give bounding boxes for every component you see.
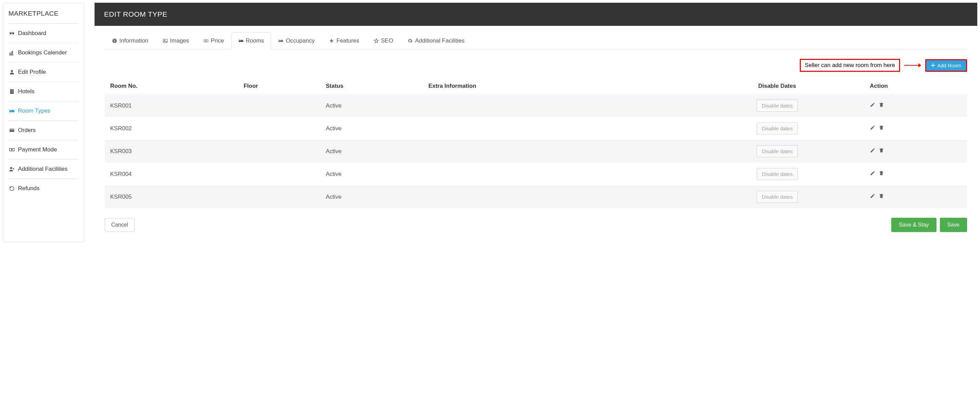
sidebar-item-hotels[interactable]: Hotels (8, 82, 78, 101)
cell-extra (423, 185, 690, 208)
image-icon (162, 38, 168, 43)
cell-extra (423, 140, 690, 163)
disable-dates-button[interactable]: Disable dates (757, 100, 798, 112)
tab-images[interactable]: Images (155, 32, 196, 50)
tab-rooms[interactable]: Rooms (231, 32, 271, 50)
cell-disable: Disable dates (690, 185, 864, 208)
svg-point-22 (11, 149, 13, 150)
cell-room-no: KSR003 (105, 140, 238, 163)
sidebar-item-payment-mode[interactable]: Payment Mode (8, 140, 78, 160)
trash-icon[interactable] (879, 148, 884, 155)
cell-status: Active (320, 117, 423, 140)
sidebar-item-label: Hotels (18, 88, 34, 95)
tab-label: Images (170, 37, 189, 44)
disable-dates-button[interactable]: Disable dates (757, 168, 798, 180)
svg-rect-18 (11, 110, 14, 111)
svg-rect-14 (13, 92, 13, 93)
annotation-callout: Seller can add new room from here (800, 59, 900, 72)
sidebar-item-dashboard[interactable]: Dashboard (8, 24, 78, 43)
cell-room-no: KSR005 (105, 185, 238, 208)
svg-point-7 (11, 70, 13, 72)
bar-chart-icon (8, 50, 15, 56)
disable-dates-button[interactable]: Disable dates (757, 145, 798, 157)
svg-rect-38 (280, 40, 283, 41)
tab-occupancy[interactable]: Occupancy (271, 32, 322, 50)
svg-point-1 (12, 32, 14, 34)
sidebar-item-additional-facilities[interactable]: Additional Facilities (8, 160, 78, 179)
sidebar-item-label: Bookings Calender (18, 50, 67, 56)
edit-icon[interactable] (870, 193, 875, 200)
user-icon (8, 69, 15, 75)
cell-disable: Disable dates (690, 163, 864, 185)
svg-rect-36 (279, 40, 279, 42)
save-stay-button[interactable]: Save & Stay (891, 218, 936, 232)
save-button[interactable]: Save (940, 218, 967, 232)
cell-action (864, 94, 967, 117)
cell-room-no: KSR002 (105, 117, 238, 140)
sidebar-item-refunds[interactable]: Refunds (8, 179, 78, 198)
tab-price[interactable]: Price (196, 32, 231, 50)
star-icon (329, 38, 334, 43)
cell-disable: Disable dates (690, 140, 864, 163)
svg-rect-11 (11, 91, 11, 92)
building-icon (8, 88, 15, 94)
sidebar-item-bookings-calendar[interactable]: Bookings Calender (8, 43, 78, 62)
tab-label: SEO (381, 37, 393, 44)
tab-label: Price (211, 37, 224, 44)
add-room-button[interactable]: Add Room (925, 59, 967, 72)
sidebar-item-label: Room Types (18, 107, 50, 114)
trash-icon[interactable] (879, 171, 884, 177)
svg-rect-9 (11, 90, 11, 91)
cell-floor (238, 117, 320, 140)
bed-icon (8, 108, 15, 114)
svg-rect-5 (12, 51, 13, 55)
cell-action (864, 117, 967, 140)
cell-floor (238, 94, 320, 117)
svg-rect-16 (10, 110, 10, 113)
svg-rect-32 (239, 40, 239, 42)
table-row: KSR003 Active Disable dates (105, 140, 967, 163)
disable-dates-button[interactable]: Disable dates (757, 123, 798, 134)
tab-additional-facilities[interactable]: Additional Facilities (400, 32, 472, 50)
tab-label: Features (336, 37, 359, 44)
cell-disable: Disable dates (690, 94, 864, 117)
svg-rect-25 (114, 40, 115, 42)
edit-icon[interactable] (870, 148, 875, 155)
plus-icon (931, 62, 935, 69)
sidebar-item-label: Orders (18, 127, 36, 134)
add-room-label: Add Room (937, 62, 961, 69)
svg-point-23 (10, 167, 12, 169)
edit-icon[interactable] (870, 102, 875, 109)
sidebar-item-orders[interactable]: Orders (8, 121, 78, 140)
bed-icon (278, 38, 283, 43)
rooms-table: Room No. Floor Status Extra Information … (105, 78, 967, 208)
table-row: KSR005 Active Disable dates (105, 185, 967, 208)
tab-label: Occupancy (286, 37, 315, 44)
sidebar-title: MARKETPLACE (8, 8, 78, 24)
user-plus-icon (8, 166, 15, 172)
sidebar: MARKETPLACE Dashboard Bookings Calender … (3, 3, 84, 242)
star-outline-icon (374, 38, 379, 43)
trash-icon[interactable] (879, 125, 884, 132)
tab-label: Rooms (246, 37, 264, 44)
edit-icon[interactable] (870, 125, 875, 132)
credit-card-icon (8, 127, 15, 133)
svg-rect-4 (11, 52, 11, 55)
trash-icon[interactable] (879, 193, 884, 200)
cell-floor (238, 140, 320, 163)
price-icon (204, 38, 209, 43)
sidebar-item-room-types[interactable]: Room Types (8, 101, 78, 121)
table-row: KSR002 Active Disable dates (105, 117, 967, 140)
svg-marker-40 (918, 63, 921, 67)
trash-icon[interactable] (879, 102, 884, 109)
edit-icon[interactable] (870, 171, 875, 177)
disable-dates-button[interactable]: Disable dates (757, 191, 798, 203)
dashboard-icon (8, 30, 15, 37)
tab-features[interactable]: Features (322, 32, 366, 50)
cancel-button[interactable]: Cancel (105, 218, 135, 232)
sidebar-item-edit-profile[interactable]: Edit Profile (8, 62, 78, 82)
tab-information[interactable]: Information (105, 32, 155, 50)
tab-seo[interactable]: SEO (367, 32, 401, 50)
sidebar-item-label: Refunds (18, 185, 40, 192)
svg-rect-31 (239, 41, 243, 42)
